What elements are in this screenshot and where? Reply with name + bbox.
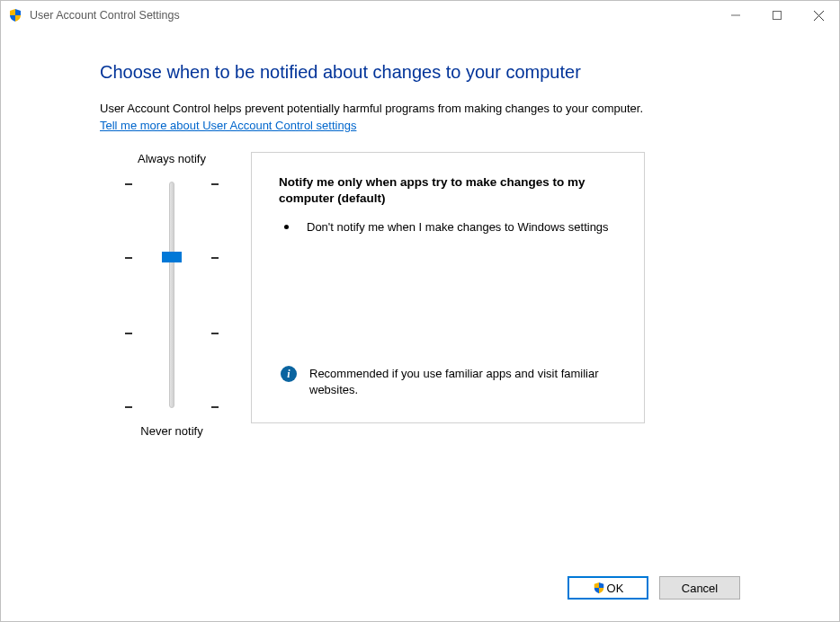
slider-tick — [125, 406, 132, 408]
dialog-buttons: OK Cancel — [567, 576, 740, 600]
slider-top-label: Always notify — [138, 152, 206, 165]
slider-tick — [211, 257, 219, 259]
svg-rect-1 — [773, 12, 782, 20]
close-button[interactable] — [798, 2, 839, 29]
maximize-button[interactable] — [756, 2, 798, 29]
detail-panel: Notify me only when apps try to make cha… — [251, 152, 645, 423]
ok-button[interactable]: OK — [567, 576, 648, 600]
slider-tick — [125, 183, 132, 185]
slider-tick — [211, 183, 219, 185]
detail-bullet-text: Don't notify me when I make changes to W… — [307, 219, 609, 235]
slider-track — [169, 182, 174, 408]
slider-bottom-label: Never notify — [140, 424, 202, 438]
minimize-button[interactable] — [715, 2, 756, 29]
slider-column: Always notify Never notify — [100, 152, 244, 438]
content-area: Choose when to be notified about changes… — [1, 30, 839, 621]
cancel-button[interactable]: Cancel — [659, 576, 740, 600]
detail-bullet: Don't notify me when I make changes to W… — [284, 219, 617, 235]
slider-tick — [125, 257, 132, 259]
window-controls — [715, 2, 839, 29]
more-info-link[interactable]: Tell me more about User Account Control … — [100, 119, 356, 132]
page-heading: Choose when to be notified about changes… — [100, 62, 740, 83]
ok-button-label: OK — [607, 582, 624, 595]
window-title: User Account Control Settings — [30, 9, 180, 22]
detail-title: Notify me only when apps try to make cha… — [279, 174, 617, 207]
info-icon: i — [281, 366, 297, 382]
description-text: User Account Control helps prevent poten… — [100, 101, 740, 117]
recommendation-row: i Recommended if you use familiar apps a… — [279, 366, 617, 398]
slider-tick — [211, 333, 219, 334]
slider-thumb[interactable] — [162, 252, 182, 262]
title-bar: User Account Control Settings — [1, 1, 839, 30]
body-area: Always notify Never notify Notify me onl… — [100, 152, 740, 438]
shield-icon — [8, 8, 22, 22]
shield-icon — [593, 582, 605, 594]
slider-tick — [125, 333, 132, 334]
notification-level-slider[interactable] — [145, 182, 199, 408]
slider-tick — [211, 406, 219, 408]
recommendation-text: Recommended if you use familiar apps and… — [309, 366, 617, 398]
cancel-button-label: Cancel — [682, 582, 718, 595]
bullet-icon — [284, 225, 289, 229]
uac-settings-window: User Account Control Settings Choose whe… — [0, 0, 840, 622]
